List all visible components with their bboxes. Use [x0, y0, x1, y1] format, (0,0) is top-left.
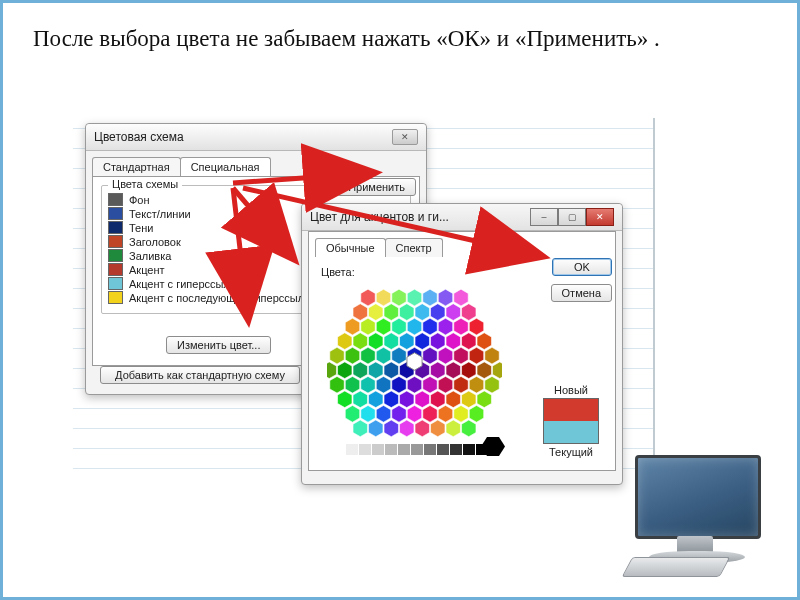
gray-swatch[interactable] [346, 444, 358, 455]
current-label: Текущий [539, 446, 603, 458]
slide-caption: После выбора цвета не забываем нажать «О… [33, 23, 767, 54]
close-icon[interactable]: ✕ [392, 129, 418, 145]
gray-swatch[interactable] [463, 444, 475, 455]
slide-frame: После выбора цвета не забываем нажать «О… [0, 0, 800, 600]
gray-swatch[interactable] [411, 444, 423, 455]
color-swatch [108, 249, 123, 262]
current-color-swatch [544, 421, 598, 443]
color-label: Заливка [129, 250, 171, 262]
colors-label: Цвета: [321, 266, 355, 278]
new-label: Новый [539, 384, 603, 396]
color-label: Тени [129, 222, 153, 234]
dialog1-titlebar[interactable]: Цветовая схема ✕ [86, 124, 426, 151]
color-swatch [108, 235, 123, 248]
ok-button[interactable]: OK [552, 258, 612, 276]
dialog2-tabs: Обычные Спектр [315, 238, 609, 257]
gray-swatch[interactable] [398, 444, 410, 455]
dialog1-tabs: Стандартная Специальная [92, 157, 420, 176]
color-label: Текст/линии [129, 208, 191, 220]
close-icon[interactable]: ✕ [586, 208, 614, 226]
tab-special[interactable]: Специальная [180, 157, 271, 176]
editor-background: Цветовая схема ✕ Стандартная Специальная… [73, 118, 655, 488]
dialog2-title: Цвет для акцентов и ги... [310, 210, 449, 224]
gray-swatch[interactable] [333, 444, 345, 455]
color-label: Заголовок [129, 236, 181, 248]
cancel-button[interactable]: Отмена [551, 284, 612, 302]
tab-spectrum[interactable]: Спектр [385, 238, 443, 257]
dialog2-titlebar[interactable]: Цвет для акцентов и ги... – ▢ ✕ [302, 204, 622, 231]
color-label: Фон [129, 194, 150, 206]
gray-swatch[interactable] [372, 444, 384, 455]
add-standard-button[interactable]: Добавить как стандартную схему [100, 366, 300, 384]
color-swatch [108, 263, 123, 276]
dialog1-title: Цветовая схема [94, 130, 184, 144]
hex-color-wheel[interactable] [327, 284, 502, 439]
gray-swatch[interactable] [385, 444, 397, 455]
monitor-clipart [627, 453, 777, 583]
color-swatch [108, 193, 123, 206]
gray-swatch[interactable] [424, 444, 436, 455]
color-swatch [108, 221, 123, 234]
maximize-icon[interactable]: ▢ [558, 208, 586, 226]
scheme-colors-legend: Цвета схемы [108, 178, 182, 190]
grayscale-row[interactable] [333, 444, 488, 455]
tab-standard[interactable]: Стандартная [92, 157, 181, 176]
new-color-swatch [544, 399, 598, 421]
gray-swatch[interactable] [450, 444, 462, 455]
color-preview: Новый Текущий [539, 384, 603, 458]
color-label: Акцент с последующей гиперссылкой [129, 292, 321, 304]
color-label: Акцент с гиперссылкой [129, 278, 247, 290]
color-swatch [108, 291, 123, 304]
apply-button[interactable]: Применить [337, 178, 416, 196]
color-swatch [108, 277, 123, 290]
color-label: Акцент [129, 264, 165, 276]
tab-normal[interactable]: Обычные [315, 238, 386, 257]
gray-swatch[interactable] [359, 444, 371, 455]
minimize-icon[interactable]: – [530, 208, 558, 226]
change-color-button[interactable]: Изменить цвет... [166, 336, 271, 354]
color-picker-dialog: Цвет для акцентов и ги... – ▢ ✕ Обычные … [301, 203, 623, 485]
gray-swatch[interactable] [437, 444, 449, 455]
color-swatch [108, 207, 123, 220]
